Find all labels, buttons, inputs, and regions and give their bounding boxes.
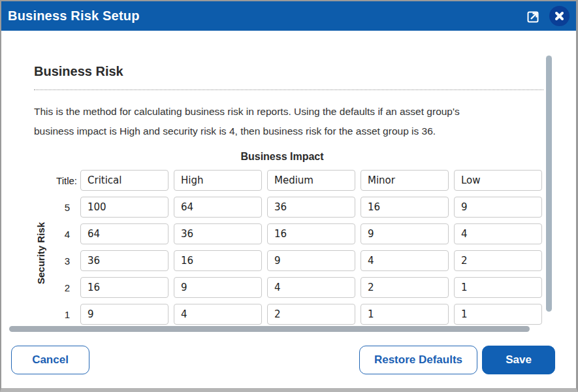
risk-value-input-4-low[interactable] <box>454 223 542 244</box>
matrix-title-row: Title: <box>56 170 576 191</box>
risk-value-input-5-high[interactable] <box>174 197 262 218</box>
matrix-row-4: 4 <box>56 223 576 244</box>
horizontal-scrollbar-thumb[interactable] <box>9 326 530 332</box>
risk-value-input-2-minor[interactable] <box>361 277 449 298</box>
dotted-separator <box>34 90 543 90</box>
security-risk-axis-label: Security Risk <box>35 201 48 304</box>
risk-value-input-3-low[interactable] <box>454 250 542 271</box>
risk-value-input-3-critical[interactable] <box>80 250 169 271</box>
matrix-row-1: 1 <box>56 304 576 325</box>
risk-value-input-3-high[interactable] <box>174 250 262 271</box>
risk-value-input-2-low[interactable] <box>454 277 542 298</box>
vertical-scrollbar-thumb[interactable] <box>546 56 552 312</box>
row-label-5: 5 <box>56 202 80 213</box>
business-risk-setup-dialog: Business Risk Setup Business Risk This i… <box>0 0 578 392</box>
description-line-1: This is the method for calculating busin… <box>34 102 550 122</box>
impact-title-input-medium[interactable] <box>267 170 355 191</box>
dialog-title: Business Risk Setup <box>8 8 526 24</box>
matrix-row-5: 5 <box>56 197 576 218</box>
risk-value-input-5-critical[interactable] <box>80 197 169 218</box>
matrix-row-2: 2 <box>56 277 576 298</box>
risk-value-input-5-medium[interactable] <box>267 197 355 218</box>
impact-title-input-minor[interactable] <box>361 170 449 191</box>
row-label-2: 2 <box>56 282 80 293</box>
description-line-2: business impact is High and security ris… <box>34 122 550 141</box>
row-label-1: 1 <box>56 309 80 320</box>
risk-value-input-5-minor[interactable] <box>361 197 449 218</box>
risk-value-input-2-medium[interactable] <box>267 277 355 298</box>
risk-value-input-4-high[interactable] <box>174 223 262 244</box>
risk-value-input-2-high[interactable] <box>174 277 262 298</box>
risk-value-input-2-critical[interactable] <box>80 277 169 298</box>
dialog-scroll-area: Business Risk This is the method for cal… <box>1 31 576 343</box>
close-button[interactable] <box>549 6 570 26</box>
impact-title-input-high[interactable] <box>174 170 262 191</box>
risk-value-input-4-critical[interactable] <box>80 223 169 244</box>
risk-value-input-4-medium[interactable] <box>267 223 355 244</box>
impact-title-input-critical[interactable] <box>80 170 169 191</box>
popout-icon <box>526 8 541 24</box>
restore-defaults-button[interactable]: Restore Defaults <box>359 346 477 374</box>
risk-value-input-5-low[interactable] <box>454 197 542 218</box>
risk-value-input-3-medium[interactable] <box>267 250 355 271</box>
impact-title-input-low[interactable] <box>454 170 542 191</box>
section-heading: Business Risk <box>34 63 576 79</box>
matrix-row-3: 3 <box>56 250 576 271</box>
dialog-titlebar: Business Risk Setup <box>1 1 576 31</box>
row-label-4: 4 <box>56 229 80 240</box>
cancel-button[interactable]: Cancel <box>11 346 89 374</box>
save-button[interactable]: Save <box>482 346 555 374</box>
risk-value-input-4-minor[interactable] <box>361 223 449 244</box>
dialog-footer: Cancel Restore Defaults Save <box>1 338 576 388</box>
risk-value-input-1-medium[interactable] <box>267 304 355 325</box>
risk-value-input-3-minor[interactable] <box>361 250 449 271</box>
risk-value-input-1-minor[interactable] <box>361 304 449 325</box>
risk-value-input-1-low[interactable] <box>454 304 542 325</box>
risk-matrix: Security Risk Title: 5 4 <box>56 170 576 325</box>
close-icon <box>554 11 564 21</box>
description-text: This is the method for calculating busin… <box>34 102 550 141</box>
row-label-3: 3 <box>56 255 80 267</box>
business-impact-axis-label: Business Impact <box>60 151 504 163</box>
title-row-label: Title: <box>56 175 80 186</box>
risk-value-input-1-high[interactable] <box>174 304 262 325</box>
popout-button[interactable] <box>526 8 541 24</box>
risk-value-input-1-critical[interactable] <box>80 304 169 325</box>
